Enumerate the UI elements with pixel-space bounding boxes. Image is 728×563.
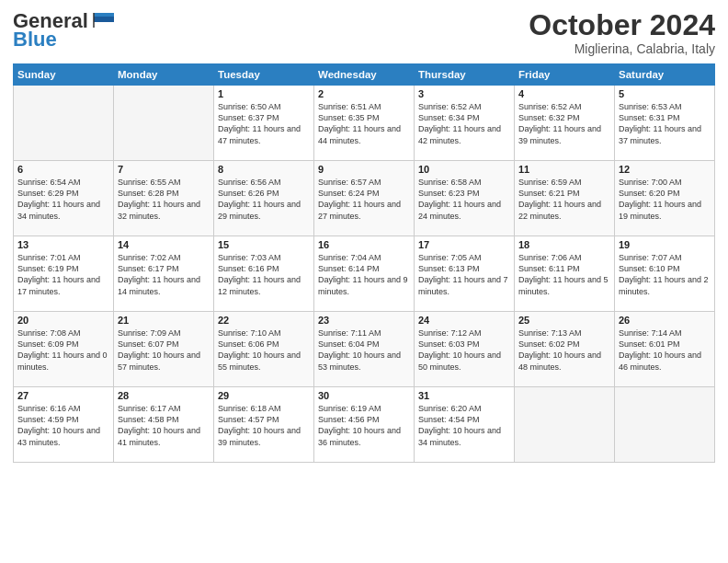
day-detail: Sunrise: 7:10 AMSunset: 6:06 PMDaylight:… bbox=[218, 327, 310, 373]
calendar-cell bbox=[515, 387, 615, 463]
day-detail: Sunrise: 6:52 AMSunset: 6:32 PMDaylight:… bbox=[518, 101, 610, 146]
calendar-cell: 20Sunrise: 7:08 AMSunset: 6:09 PMDayligh… bbox=[14, 312, 114, 387]
day-number: 5 bbox=[619, 88, 711, 99]
calendar-cell: 5Sunrise: 6:53 AMSunset: 6:31 PMDaylight… bbox=[615, 86, 715, 161]
logo: General Blue bbox=[13, 9, 116, 52]
day-number: 13 bbox=[17, 239, 109, 250]
calendar-cell: 15Sunrise: 7:03 AMSunset: 6:16 PMDayligh… bbox=[214, 236, 314, 312]
day-number: 8 bbox=[218, 164, 310, 175]
calendar-cell: 28Sunrise: 6:17 AMSunset: 4:58 PMDayligh… bbox=[114, 387, 214, 463]
calendar-cell: 11Sunrise: 6:59 AMSunset: 6:21 PMDayligh… bbox=[515, 161, 615, 236]
day-detail: Sunrise: 7:03 AMSunset: 6:16 PMDaylight:… bbox=[218, 252, 310, 297]
col-wednesday: Wednesday bbox=[314, 64, 415, 86]
calendar-cell: 30Sunrise: 6:19 AMSunset: 4:56 PMDayligh… bbox=[314, 387, 415, 463]
calendar-cell bbox=[14, 86, 114, 161]
day-number: 3 bbox=[418, 88, 510, 99]
day-number: 9 bbox=[318, 164, 410, 175]
calendar-cell: 2Sunrise: 6:51 AMSunset: 6:35 PMDaylight… bbox=[314, 86, 415, 161]
day-detail: Sunrise: 6:54 AMSunset: 6:29 PMDaylight:… bbox=[17, 177, 109, 222]
day-detail: Sunrise: 6:17 AMSunset: 4:58 PMDaylight:… bbox=[118, 403, 210, 448]
calendar-cell: 9Sunrise: 6:57 AMSunset: 6:24 PMDaylight… bbox=[314, 161, 415, 236]
day-number: 23 bbox=[318, 315, 410, 326]
day-number: 15 bbox=[218, 239, 310, 250]
day-number: 2 bbox=[318, 88, 410, 99]
calendar-row: 20Sunrise: 7:08 AMSunset: 6:09 PMDayligh… bbox=[14, 312, 715, 387]
calendar-cell bbox=[114, 86, 214, 161]
col-thursday: Thursday bbox=[415, 64, 515, 86]
logo-flag-icon bbox=[90, 11, 116, 29]
day-detail: Sunrise: 7:09 AMSunset: 6:07 PMDaylight:… bbox=[118, 327, 210, 373]
header-row: Sunday Monday Tuesday Wednesday Thursday… bbox=[14, 64, 715, 86]
calendar-cell: 29Sunrise: 6:18 AMSunset: 4:57 PMDayligh… bbox=[214, 387, 314, 463]
day-number: 16 bbox=[318, 239, 410, 250]
calendar-cell: 7Sunrise: 6:55 AMSunset: 6:28 PMDaylight… bbox=[114, 161, 214, 236]
day-number: 17 bbox=[418, 239, 510, 250]
day-detail: Sunrise: 6:56 AMSunset: 6:26 PMDaylight:… bbox=[218, 177, 310, 222]
day-number: 19 bbox=[619, 239, 711, 250]
calendar-table: Sunday Monday Tuesday Wednesday Thursday… bbox=[13, 63, 715, 463]
day-number: 26 bbox=[619, 315, 711, 326]
day-detail: Sunrise: 7:08 AMSunset: 6:09 PMDaylight:… bbox=[17, 327, 109, 373]
col-tuesday: Tuesday bbox=[214, 64, 314, 86]
day-detail: Sunrise: 6:20 AMSunset: 4:54 PMDaylight:… bbox=[418, 403, 510, 448]
calendar-cell: 14Sunrise: 7:02 AMSunset: 6:17 PMDayligh… bbox=[114, 236, 214, 312]
calendar-cell: 21Sunrise: 7:09 AMSunset: 6:07 PMDayligh… bbox=[114, 312, 214, 387]
day-number: 10 bbox=[418, 164, 510, 175]
day-detail: Sunrise: 6:19 AMSunset: 4:56 PMDaylight:… bbox=[318, 403, 410, 448]
day-number: 20 bbox=[17, 315, 109, 326]
day-detail: Sunrise: 6:51 AMSunset: 6:35 PMDaylight:… bbox=[318, 101, 410, 146]
day-detail: Sunrise: 7:05 AMSunset: 6:13 PMDaylight:… bbox=[418, 252, 510, 297]
calendar-cell: 25Sunrise: 7:13 AMSunset: 6:02 PMDayligh… bbox=[515, 312, 615, 387]
day-detail: Sunrise: 7:14 AMSunset: 6:01 PMDaylight:… bbox=[619, 327, 711, 373]
logo-blue: Blue bbox=[13, 28, 57, 52]
day-number: 28 bbox=[118, 390, 210, 401]
col-sunday: Sunday bbox=[14, 64, 114, 86]
calendar-cell: 6Sunrise: 6:54 AMSunset: 6:29 PMDaylight… bbox=[14, 161, 114, 236]
day-detail: Sunrise: 7:04 AMSunset: 6:14 PMDaylight:… bbox=[318, 252, 410, 297]
calendar-cell bbox=[615, 387, 715, 463]
location: Miglierina, Calabria, Italy bbox=[529, 41, 715, 56]
day-detail: Sunrise: 7:02 AMSunset: 6:17 PMDaylight:… bbox=[118, 252, 210, 297]
day-number: 31 bbox=[418, 390, 510, 401]
day-number: 22 bbox=[218, 315, 310, 326]
header: General Blue October 2024 Miglierina, Ca… bbox=[13, 9, 715, 56]
calendar-cell: 19Sunrise: 7:07 AMSunset: 6:10 PMDayligh… bbox=[615, 236, 715, 312]
day-number: 18 bbox=[518, 239, 610, 250]
day-detail: Sunrise: 7:07 AMSunset: 6:10 PMDaylight:… bbox=[619, 252, 711, 297]
calendar-cell: 10Sunrise: 6:58 AMSunset: 6:23 PMDayligh… bbox=[415, 161, 515, 236]
day-detail: Sunrise: 7:11 AMSunset: 6:04 PMDaylight:… bbox=[318, 327, 410, 373]
calendar-cell: 3Sunrise: 6:52 AMSunset: 6:34 PMDaylight… bbox=[415, 86, 515, 161]
title-block: October 2024 Miglierina, Calabria, Italy bbox=[529, 9, 715, 56]
day-detail: Sunrise: 6:58 AMSunset: 6:23 PMDaylight:… bbox=[418, 177, 510, 222]
day-detail: Sunrise: 6:50 AMSunset: 6:37 PMDaylight:… bbox=[218, 101, 310, 146]
calendar-cell: 8Sunrise: 6:56 AMSunset: 6:26 PMDaylight… bbox=[214, 161, 314, 236]
day-detail: Sunrise: 7:01 AMSunset: 6:19 PMDaylight:… bbox=[17, 252, 109, 297]
col-friday: Friday bbox=[515, 64, 615, 86]
calendar-cell: 27Sunrise: 6:16 AMSunset: 4:59 PMDayligh… bbox=[14, 387, 114, 463]
day-number: 25 bbox=[518, 315, 610, 326]
calendar-cell: 24Sunrise: 7:12 AMSunset: 6:03 PMDayligh… bbox=[415, 312, 515, 387]
calendar-cell: 16Sunrise: 7:04 AMSunset: 6:14 PMDayligh… bbox=[314, 236, 415, 312]
day-number: 12 bbox=[619, 164, 711, 175]
day-detail: Sunrise: 6:59 AMSunset: 6:21 PMDaylight:… bbox=[518, 177, 610, 222]
calendar-cell: 31Sunrise: 6:20 AMSunset: 4:54 PMDayligh… bbox=[415, 387, 515, 463]
calendar-cell: 22Sunrise: 7:10 AMSunset: 6:06 PMDayligh… bbox=[214, 312, 314, 387]
day-detail: Sunrise: 6:53 AMSunset: 6:31 PMDaylight:… bbox=[619, 101, 711, 146]
day-detail: Sunrise: 6:16 AMSunset: 4:59 PMDaylight:… bbox=[17, 403, 109, 448]
calendar-cell: 17Sunrise: 7:05 AMSunset: 6:13 PMDayligh… bbox=[415, 236, 515, 312]
day-number: 21 bbox=[118, 315, 210, 326]
svg-marker-1 bbox=[94, 17, 114, 22]
month-title: October 2024 bbox=[529, 9, 715, 41]
calendar-row: 13Sunrise: 7:01 AMSunset: 6:19 PMDayligh… bbox=[14, 236, 715, 312]
day-detail: Sunrise: 6:55 AMSunset: 6:28 PMDaylight:… bbox=[118, 177, 210, 222]
day-number: 7 bbox=[118, 164, 210, 175]
col-monday: Monday bbox=[114, 64, 214, 86]
calendar-cell: 1Sunrise: 6:50 AMSunset: 6:37 PMDaylight… bbox=[214, 86, 314, 161]
day-detail: Sunrise: 7:12 AMSunset: 6:03 PMDaylight:… bbox=[418, 327, 510, 373]
calendar-row: 27Sunrise: 6:16 AMSunset: 4:59 PMDayligh… bbox=[14, 387, 715, 463]
calendar-cell: 26Sunrise: 7:14 AMSunset: 6:01 PMDayligh… bbox=[615, 312, 715, 387]
day-number: 11 bbox=[518, 164, 610, 175]
day-detail: Sunrise: 6:57 AMSunset: 6:24 PMDaylight:… bbox=[318, 177, 410, 222]
day-number: 27 bbox=[17, 390, 109, 401]
calendar-cell: 23Sunrise: 7:11 AMSunset: 6:04 PMDayligh… bbox=[314, 312, 415, 387]
